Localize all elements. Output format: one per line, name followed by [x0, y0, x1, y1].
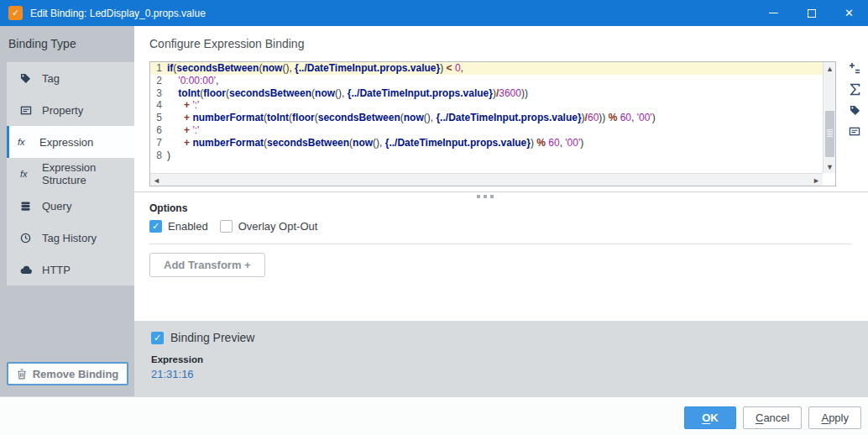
- sidebar-item-label: Query: [42, 200, 71, 212]
- ok-button[interactable]: OK: [684, 406, 736, 429]
- scroll-right-icon[interactable]: ►: [810, 174, 823, 186]
- scroll-left-icon[interactable]: ◄: [150, 174, 163, 186]
- sidebar-item-label: Tag History: [42, 232, 97, 244]
- add-transform-button[interactable]: Add Transform +: [149, 253, 265, 277]
- binding-type-sidebar: Binding Type TagPropertyfxExpressionfxEx…: [0, 26, 134, 396]
- code-line[interactable]: 5 + numberFormat(toInt(floor(secondsBetw…: [150, 112, 823, 124]
- line-number: 2: [150, 75, 162, 87]
- code-line[interactable]: 3 toInt(floor(secondsBetween(now(), {../…: [150, 87, 823, 100]
- property-icon: [20, 105, 35, 116]
- splitter-handle[interactable]: [477, 195, 494, 198]
- scroll-up-icon[interactable]: ▲: [824, 62, 836, 75]
- sidebar-item-label: Expression: [39, 136, 93, 149]
- checkbox-label: Overlay Opt-Out: [238, 220, 318, 233]
- title-bar: ✓ Edit Binding: LedDisplay_0.props.value…: [0, 0, 868, 26]
- sidebar-item-query[interactable]: Query: [7, 190, 134, 222]
- minimize-icon: [769, 13, 778, 13]
- sidebar-item-tag[interactable]: Tag: [7, 62, 134, 94]
- line-number: 7: [150, 137, 162, 149]
- maximize-button[interactable]: [792, 0, 830, 26]
- code-line[interactable]: 2 '0:00:00',: [150, 75, 823, 87]
- sidebar-item-tag-history[interactable]: Tag History: [7, 222, 134, 254]
- line-number: 5: [150, 112, 162, 124]
- page-title: Configure Expression Binding: [149, 37, 304, 50]
- minimize-button[interactable]: [755, 0, 792, 26]
- footer-buttons: OKCancelApply: [684, 406, 861, 429]
- code-line[interactable]: 8): [150, 149, 823, 162]
- binding-preview-label: Binding Preview: [170, 331, 254, 344]
- preview-field-label: Expression: [151, 354, 203, 364]
- binding-preview-checkbox[interactable]: ✓: [151, 332, 164, 344]
- binding-type-list: TagPropertyfxExpressionfxExpression Stru…: [7, 62, 134, 286]
- scroll-down-icon[interactable]: ▼: [824, 160, 836, 173]
- sidebar-item-property[interactable]: Property: [7, 94, 134, 126]
- sidebar-item-http[interactable]: HTTP: [7, 254, 134, 286]
- line-number: 1: [150, 62, 162, 75]
- insert-property-icon[interactable]: [847, 124, 862, 138]
- window-title: Edit Binding: LedDisplay_0.props.value: [30, 8, 755, 19]
- insert-function-icon[interactable]: [847, 82, 862, 96]
- line-number: 3: [150, 87, 162, 100]
- splitter-line: [134, 191, 868, 192]
- insert-operator-icon[interactable]: [847, 61, 862, 75]
- checkbox-checked-icon[interactable]: ✓: [149, 220, 162, 233]
- checkbox-overlay-opt-out[interactable]: Overlay Opt-Out: [220, 220, 318, 233]
- line-number: 8: [150, 149, 162, 162]
- code-line[interactable]: 7 + numberFormat(secondsBetween(now(), {…: [150, 137, 823, 149]
- remove-binding-label: Remove Binding: [33, 368, 119, 380]
- cancel-button[interactable]: Cancel: [743, 406, 802, 429]
- maximize-icon: [808, 9, 816, 18]
- edit-binding-dialog: ✓ Edit Binding: LedDisplay_0.props.value…: [0, 0, 868, 435]
- sidebar-item-expression[interactable]: fxExpression: [7, 126, 134, 158]
- insert-tag-icon[interactable]: [847, 103, 862, 117]
- code-line[interactable]: 4 + ':': [150, 99, 823, 112]
- fx-icon: fx: [20, 169, 35, 179]
- expression-code[interactable]: 1if(secondsBetween(now(), {../DateTimeIn…: [150, 62, 823, 173]
- code-line[interactable]: 6 + ':': [150, 124, 823, 137]
- tag-icon: [20, 73, 35, 84]
- binding-preview-panel: ✓ Binding Preview Expression 21:31:16: [134, 321, 868, 396]
- sidebar-item-label: Expression Structure: [42, 161, 134, 186]
- apply-button[interactable]: Apply: [808, 406, 861, 429]
- sidebar-item-expression-structure[interactable]: fxExpression Structure: [7, 158, 134, 190]
- checkbox-label: Enabled: [168, 220, 208, 233]
- preview-value: 21:31:16: [151, 368, 194, 380]
- sidebar-header: Binding Type: [8, 37, 76, 50]
- sidebar-item-label: Tag: [42, 72, 60, 85]
- options-row: ✓EnabledOverlay Opt-Out: [149, 220, 317, 233]
- horizontal-scrollbar[interactable]: ◄ ►: [150, 173, 823, 186]
- divider: [149, 244, 851, 244]
- sidebar-item-label: HTTP: [42, 264, 71, 276]
- svg-text:fx: fx: [18, 137, 25, 147]
- remove-binding-button[interactable]: Remove Binding: [7, 362, 128, 385]
- line-number: 4: [150, 99, 162, 112]
- code-line[interactable]: 1if(secondsBetween(now(), {../DateTimeIn…: [150, 62, 823, 75]
- close-icon: ✕: [844, 8, 854, 18]
- add-transform-label: Add Transform +: [164, 259, 251, 271]
- trash-icon: [17, 369, 27, 380]
- clock-icon: [20, 233, 35, 244]
- editor-toolbar: [843, 61, 866, 138]
- svg-text:fx: fx: [20, 169, 28, 179]
- fx-icon: fx: [18, 137, 33, 147]
- vertical-scroll-thumb[interactable]: [825, 111, 834, 157]
- vertical-scrollbar[interactable]: ▲ ▼: [823, 62, 835, 173]
- expression-editor[interactable]: 1if(secondsBetween(now(), {../DateTimeIn…: [149, 61, 836, 186]
- database-icon: [20, 201, 35, 212]
- sidebar-item-label: Property: [42, 104, 83, 117]
- close-button[interactable]: ✕: [830, 0, 868, 26]
- checkbox-enabled[interactable]: ✓Enabled: [149, 220, 208, 233]
- cloud-icon: [20, 265, 35, 275]
- main-panel: Configure Expression Binding 1if(seconds…: [134, 26, 868, 321]
- dialog-footer: OKCancelApply: [0, 396, 868, 435]
- checkbox-unchecked-icon[interactable]: [220, 220, 233, 233]
- binding-icon: ✓: [8, 6, 23, 20]
- options-label: Options: [149, 202, 187, 214]
- line-number: 6: [150, 124, 162, 137]
